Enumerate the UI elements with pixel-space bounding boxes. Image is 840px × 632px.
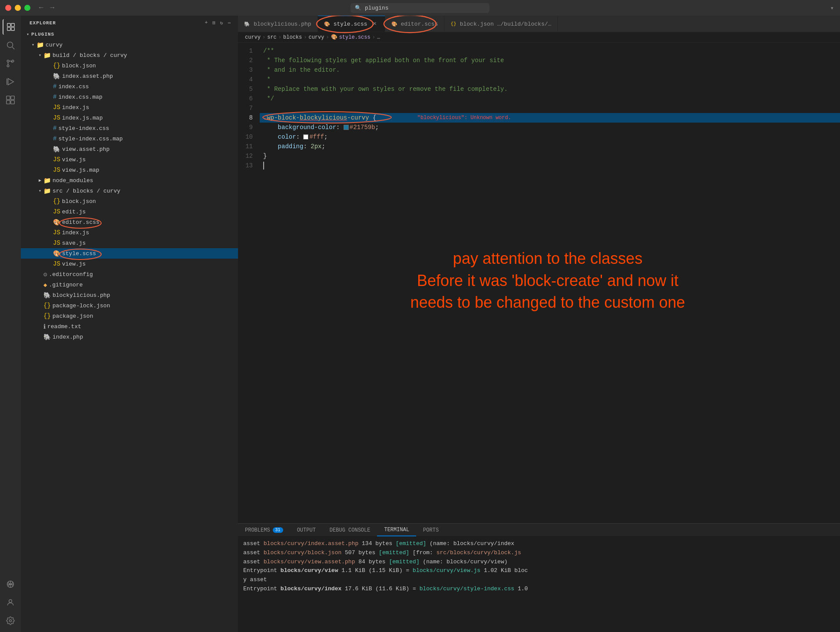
title-dropdown-icon[interactable]: ▾ — [830, 4, 834, 12]
code-editor[interactable]: 1 2 3 4 5 6 7 8 9 10 11 12 13 — [238, 43, 840, 523]
view-js-src-icon: JS — [53, 260, 60, 267]
new-folder-icon[interactable]: ⊞ — [212, 20, 216, 26]
minimize-button[interactable] — [15, 5, 21, 11]
src-folder-label: src / blocks / curvy — [53, 188, 120, 194]
refresh-icon[interactable]: ↻ — [220, 20, 224, 26]
folder-src-blocks-curvy[interactable]: ▾ 📁 src / blocks / curvy — [21, 186, 238, 196]
sidebar-title: EXPLORER — [30, 20, 56, 26]
file-block-json-src[interactable]: {} block.json — [21, 196, 238, 206]
tab-editor-scss[interactable]: 🎨 editor.scss — [385, 16, 445, 32]
file-index-css[interactable]: # index.css — [21, 81, 238, 92]
code-line-11: padding : 2px ; — [260, 142, 840, 151]
readme-icon: ℹ — [43, 323, 46, 330]
file-block-json-build[interactable]: {} block.json — [21, 60, 238, 71]
ln-4: 4 — [238, 75, 253, 84]
maximize-button[interactable] — [24, 5, 30, 11]
tab-style-scss[interactable]: 🎨 style.scss × — [318, 16, 385, 32]
activity-remote[interactable] — [3, 576, 18, 592]
code-line-3: * and in the editor. — [260, 65, 840, 75]
edit-js-label: edit.js — [62, 209, 86, 215]
new-file-icon[interactable]: + — [205, 20, 208, 26]
svg-rect-12 — [11, 96, 14, 100]
file-index-js-map[interactable]: JS index.js.map — [21, 113, 238, 123]
file-view-asset-php[interactable]: 🐘 view.asset.php — [21, 144, 238, 154]
file-index-asset-php[interactable]: 🐘 index.asset.php — [21, 71, 238, 81]
file-index-js[interactable]: JS index.js — [21, 102, 238, 113]
file-gitignore[interactable]: ◆ .gitignore — [21, 279, 238, 290]
map-icon: # — [53, 93, 56, 100]
problems-badge: 31 — [273, 527, 283, 533]
tab-output[interactable]: OUTPUT — [290, 524, 323, 536]
folder-curvy[interactable]: ▾ 📁 curvy — [21, 40, 238, 50]
ln-1: 1 — [238, 46, 253, 56]
tab-block-json[interactable]: {} block.json …/build/blocks/… — [444, 16, 558, 32]
activity-search[interactable] — [3, 37, 18, 53]
tab-ports[interactable]: PORTS — [416, 524, 446, 536]
file-style-index-css[interactable]: # style-index.css — [21, 123, 238, 133]
activity-account[interactable] — [3, 595, 18, 610]
terminal-content[interactable]: asset blocks/curvy/index.asset.php 134 b… — [238, 537, 840, 632]
main-layout: EXPLORER + ⊞ ↻ ⋯ ▾ PLUGINS ▾ 📁 curvy ▾ 📁… — [0, 16, 840, 632]
file-edit-js[interactable]: JS edit.js — [21, 206, 238, 217]
tab-blockylicious-php[interactable]: 🐘 blockylicious.php — [238, 16, 318, 32]
file-index-css-map[interactable]: # index.css.map — [21, 92, 238, 102]
file-style-scss[interactable]: 🎨 style.scss — [21, 248, 238, 259]
file-view-js-map[interactable]: JS view.js.map — [21, 165, 238, 175]
tab-problems[interactable]: PROBLEMS 31 — [238, 524, 290, 536]
activity-bar-bottom — [3, 576, 18, 632]
style-css-icon: # — [53, 125, 56, 132]
ln-12: 12 — [238, 151, 253, 161]
file-index-php[interactable]: 🐘 index.php — [21, 332, 238, 342]
semi-11: ; — [321, 142, 325, 151]
file-readme-txt[interactable]: ℹ readme.txt — [21, 321, 238, 332]
file-view-js-src[interactable]: JS view.js — [21, 259, 238, 269]
file-view-js[interactable]: JS view.js — [21, 154, 238, 165]
tab-terminal[interactable]: TERMINAL — [377, 524, 416, 536]
style-index-css-map-label: style-index.css.map — [58, 136, 122, 142]
collapse-icon[interactable]: ⋯ — [228, 20, 231, 26]
tab-close-style-scss[interactable]: × — [371, 20, 379, 28]
tab-blockylicious-label: blockylicious.php — [254, 21, 311, 27]
file-blockylicious-php[interactable]: 🐘 blockylicious.php — [21, 290, 238, 300]
close-button[interactable] — [5, 5, 11, 11]
title-search-bar[interactable]: 🔍 plugins — [351, 3, 489, 13]
gitignore-icon: ◆ — [43, 281, 47, 289]
forward-arrow-icon[interactable]: → — [50, 4, 55, 12]
cursor — [263, 162, 264, 170]
file-editor-scss[interactable]: 🎨 editor.scss — [21, 217, 238, 227]
activity-source-control[interactable] — [3, 56, 18, 71]
tab-debug-console[interactable]: DEBUG CONSOLE — [323, 524, 377, 536]
activity-run[interactable] — [3, 74, 18, 90]
index-php-label: index.php — [53, 334, 83, 340]
brace-8: { — [369, 113, 377, 123]
panel-tabs: PROBLEMS 31 OUTPUT DEBUG CONSOLE TERMINA… — [238, 524, 840, 537]
activity-bar — [0, 16, 21, 632]
activity-explorer[interactable] — [3, 19, 18, 35]
file-index-js-src[interactable]: JS index.js — [21, 227, 238, 238]
folder-node-modules[interactable]: ▶ 📁 node_modules — [21, 175, 238, 186]
file-package-lock-json[interactable]: {} package-lock.json — [21, 300, 238, 311]
activity-extensions[interactable] — [3, 92, 18, 108]
svg-point-18 — [60, 218, 101, 228]
build-folder-label: build / blocks / curvy — [53, 52, 127, 59]
svg-rect-2 — [7, 27, 10, 30]
file-package-json[interactable]: {} package.json — [21, 311, 238, 321]
code-line-1: /** — [260, 46, 840, 56]
svg-rect-3 — [11, 27, 14, 30]
file-save-js[interactable]: JS save.js — [21, 238, 238, 248]
editor-scss-label: editor.scss — [62, 219, 99, 226]
file-editorconfig[interactable]: ⚙ .editorconfig — [21, 269, 238, 279]
back-arrow-icon[interactable]: ← — [39, 4, 43, 12]
problems-label: PROBLEMS — [245, 527, 270, 533]
code-line-6: */ — [260, 94, 840, 103]
search-icon: 🔍 — [355, 5, 361, 11]
file-style-index-css-map[interactable]: # style-index.css.map — [21, 133, 238, 144]
comment-4: * — [263, 75, 271, 84]
code-line-7 — [260, 103, 840, 113]
code-content[interactable]: /** * The following styles get applied b… — [260, 43, 840, 523]
folder-build-blocks-curvy[interactable]: ▾ 📁 build / blocks / curvy — [21, 50, 238, 60]
activity-settings[interactable] — [3, 613, 18, 629]
traffic-lights — [5, 5, 30, 11]
tab-block-json-label: block.json …/build/blocks/… — [460, 21, 552, 27]
sidebar-section-plugins[interactable]: ▾ PLUGINS — [21, 29, 238, 40]
